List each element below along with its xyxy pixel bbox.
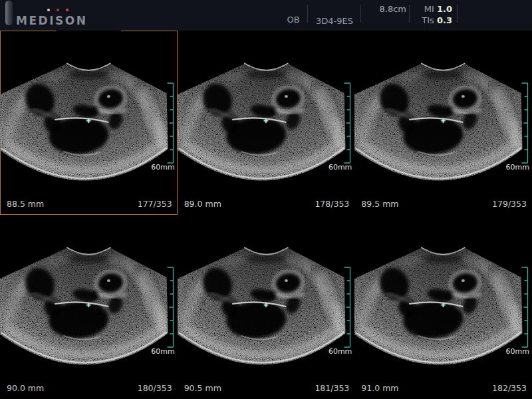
brand-dot-icon <box>57 9 59 11</box>
scale-label: 60mm <box>329 163 352 172</box>
caliper-marker: + <box>263 301 269 309</box>
frame-counter: 180/353 <box>138 383 172 393</box>
frame-counter: 181/353 <box>315 383 349 393</box>
tis-indicator: TIs 0.3 <box>408 15 452 25</box>
measurement-value: 90.5 mm <box>184 383 221 393</box>
scale-label: 60mm <box>506 163 529 172</box>
depth-ruler-icon <box>343 267 351 348</box>
cine-frame-panel[interactable]: + 60mm 88.5 mm 177/353 <box>0 31 178 215</box>
frame-counter: 178/353 <box>315 199 349 209</box>
tis-value: 0.3 <box>437 15 452 25</box>
depth-ruler-icon <box>521 267 529 348</box>
probe-marker-knob <box>5 1 13 25</box>
cine-frame-panel[interactable]: + 60mm 91.0 mm 182/353 <box>354 215 532 399</box>
caliper-marker: + <box>440 117 446 124</box>
cine-frame-panel[interactable]: + 60mm 89.5 mm 179/353 <box>354 31 532 215</box>
header-divider <box>307 5 308 23</box>
measurement-value: 91.0 mm <box>361 383 398 393</box>
mi-value: 1.0 <box>437 4 452 14</box>
caliper-marker: + <box>440 301 446 309</box>
depth-ruler-icon <box>521 82 529 164</box>
measurement-value: 88.5 mm <box>7 199 44 209</box>
transducer-value: 3D4-9ES <box>309 16 360 26</box>
mi-label: MI <box>424 4 434 14</box>
depth-ruler-icon <box>343 82 351 164</box>
cine-frame-panel[interactable]: + 60mm 90.0 mm 180/353 <box>0 215 178 399</box>
brand-dot-icon <box>66 9 68 11</box>
frame-counter: 182/353 <box>492 383 527 393</box>
scale-label: 60mm <box>151 163 174 172</box>
measurement-value: 89.0 mm <box>184 199 221 209</box>
exam-preset-value: OB <box>279 15 307 25</box>
caliper-marker: + <box>263 117 269 124</box>
top-bar: MEDISON OB 3D4-9ES 8.8cm MI 1.0 TIs 0.3 <box>0 0 532 31</box>
cine-frame-grid: + 60mm 88.5 mm 177/353 + 60mm 89.0 mm 17… <box>0 31 532 399</box>
depth-value: 8.8cm <box>362 4 406 14</box>
brand-dot-icon <box>47 9 50 11</box>
cine-frame-panel[interactable]: + 60mm 89.0 mm 178/353 <box>178 31 355 215</box>
scale-label: 60mm <box>151 347 174 356</box>
caliper-marker: + <box>86 301 91 309</box>
ultrasound-screen: MEDISON OB 3D4-9ES 8.8cm MI 1.0 TIs 0.3 … <box>0 0 532 399</box>
scale-label: 60mm <box>329 347 352 356</box>
cine-frame-panel[interactable]: + 60mm 90.5 mm 181/353 <box>178 215 355 399</box>
tis-label: TIs <box>422 15 434 25</box>
mi-indicator: MI 1.0 <box>408 4 452 14</box>
frame-counter: 177/353 <box>138 199 172 209</box>
frame-counter: 179/353 <box>492 199 527 209</box>
depth-ruler-icon <box>166 82 174 164</box>
header-divider <box>457 5 458 23</box>
measurement-value: 90.0 mm <box>7 383 44 393</box>
header-divider <box>360 5 361 23</box>
depth-ruler-icon <box>166 267 174 348</box>
measurement-value: 89.5 mm <box>361 199 398 209</box>
brand-logo: MEDISON <box>16 14 87 27</box>
caliper-marker: + <box>86 117 91 124</box>
scale-label: 60mm <box>506 347 529 356</box>
